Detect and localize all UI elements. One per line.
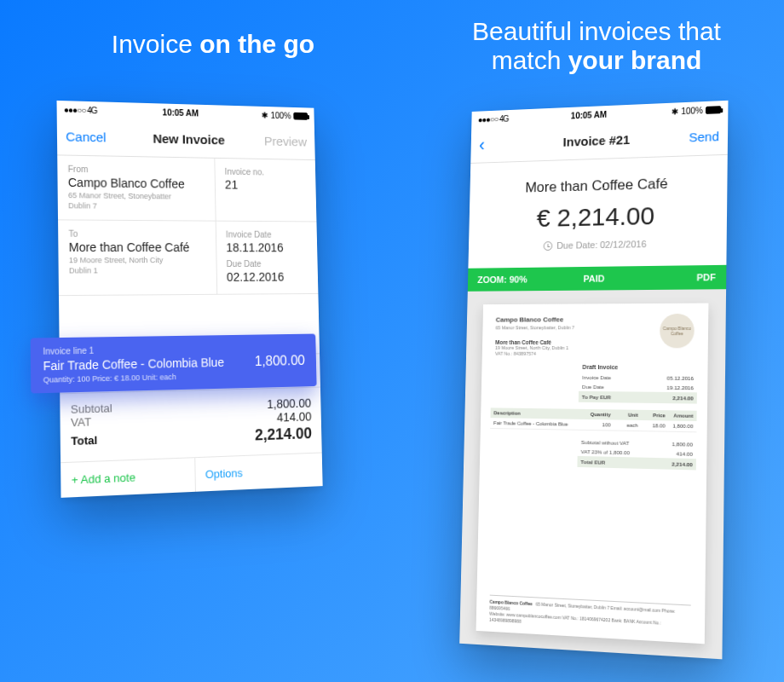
bluetooth-icon: ✱ xyxy=(672,107,678,116)
row-amount: 1,800.00 xyxy=(666,424,694,430)
zoom-control[interactable]: ZOOM: 90% xyxy=(468,274,555,285)
totals-block: Subtotal VAT Total 1,800.00 414.00 2,214… xyxy=(60,388,322,464)
col-unit: Unit xyxy=(611,413,638,419)
due-date-label: Due Date xyxy=(227,259,308,269)
add-note-button[interactable]: + Add a note xyxy=(61,459,194,499)
paper-footer: Campo Blanco Coffee 65 Manor Street, Sto… xyxy=(489,595,691,634)
invoice-paper: Campo Blanco Coffee Campo Blanco Coffee … xyxy=(476,303,709,644)
from-name: Campo Blanco Coffee xyxy=(68,176,205,191)
invoice-number-value: 21 xyxy=(225,178,307,193)
headline-right: Beautiful invoices that match your brand xyxy=(435,17,758,75)
headline-left: Invoice on the go xyxy=(51,30,375,59)
col-price: Price xyxy=(638,413,666,419)
paper-vat-label: VAT 23% of 1,800.00 xyxy=(581,448,677,457)
due-date-text: Due Date: 02/12/2016 xyxy=(556,239,647,251)
paper-vat-value: 414.00 xyxy=(677,451,693,458)
row-quantity: 100 xyxy=(584,422,611,428)
status-toolbar: ZOOM: 90% PAID PDF xyxy=(468,265,727,292)
dates-cell[interactable]: Invoice Date 18.11.2016 Due Date 02.12.2… xyxy=(216,222,318,295)
row-description: Fair Trade Coffee - Colombia Blue xyxy=(493,421,584,428)
paid-status: PAID xyxy=(555,273,634,284)
headline-left-bold: on the go xyxy=(199,30,314,58)
invoice-number-cell[interactable]: Invoice no. 21 xyxy=(215,159,317,223)
from-cell[interactable]: From Campo Blanco Coffee 65 Manor Street… xyxy=(57,155,216,222)
options-button[interactable]: Options xyxy=(194,454,323,492)
col-quantity: Quantity xyxy=(584,412,611,417)
paper-sub-value: 1,800.00 xyxy=(672,441,693,448)
footer-line2: Website: www.campoblancocoffee.com VAT N… xyxy=(489,611,661,626)
paper-duedate-label: Due Date xyxy=(582,384,666,390)
invoice-date-label: Invoice Date xyxy=(226,230,308,240)
paper-heading: Draft Invoice xyxy=(582,364,694,371)
row-price: 18.00 xyxy=(637,423,665,429)
invoice-number-label: Invoice no. xyxy=(225,167,306,177)
paper-topay-label: To Pay EUR xyxy=(582,394,672,401)
to-name: More than Coffee Café xyxy=(69,240,206,254)
send-button[interactable]: Send xyxy=(667,129,719,145)
battery-icon xyxy=(293,112,308,119)
line-item-meta: Quantity: 100 Price: € 18.00 Unit: each xyxy=(43,371,256,384)
paper-total-value: 2,214.00 xyxy=(672,461,693,468)
line-item-name: Fair Trade Coffee - Colombia Blue xyxy=(43,355,255,373)
bluetooth-icon: ✱ xyxy=(262,110,268,119)
paper-topay-value: 2,214.00 xyxy=(672,395,694,401)
line-item-amount: 1,800.00 xyxy=(255,353,305,369)
total-value: 2,214.00 xyxy=(255,425,312,445)
paper-sub-label: Subtotal without VAT xyxy=(581,439,672,447)
battery-percentage: 100% xyxy=(681,106,703,116)
from-label: From xyxy=(68,165,205,176)
paper-viewport[interactable]: Campo Blanco Coffee Campo Blanco Coffee … xyxy=(459,289,726,659)
phone-new-invoice: ●●●○○ 4G 10:05 AM ✱ 100% Cancel New Invo… xyxy=(57,101,323,498)
battery-percentage: 100% xyxy=(270,111,291,120)
headline-right-bold: your brand xyxy=(568,46,702,74)
paper-invdate-label: Invoice Date xyxy=(582,374,666,381)
to-cell[interactable]: To More than Coffee Café 19 Moore Street… xyxy=(58,221,217,297)
invoice-summary: More than Coffee Café € 2,214.00 Due Dat… xyxy=(468,155,727,269)
col-description: Description xyxy=(493,411,584,418)
navbar: Cancel New Invoice Preview xyxy=(57,118,315,160)
client-name: More than Coffee Café xyxy=(478,174,719,198)
battery-icon xyxy=(706,106,721,114)
paper-invdate-value: 05.12.2016 xyxy=(667,375,695,381)
total-label: Total xyxy=(71,429,255,448)
invoice-date-value: 18.11.2016 xyxy=(226,241,308,255)
battery-indicator: ✱ 100% xyxy=(262,110,308,120)
pdf-button[interactable]: PDF xyxy=(634,272,727,283)
back-button[interactable]: ‹ xyxy=(479,134,527,153)
line-index-label: Invoice line 1 xyxy=(43,343,254,355)
invoice-amount: € 2,214.00 xyxy=(477,199,718,234)
vat-value: 414.00 xyxy=(254,410,311,425)
nav-title: Invoice #21 xyxy=(527,130,667,150)
cancel-button[interactable]: Cancel xyxy=(66,129,118,144)
paper-total-label: Total EUR xyxy=(580,459,672,467)
carrier-signal: ●●●○○ 4G xyxy=(64,105,97,115)
row-unit: each xyxy=(611,423,638,429)
paper-duedate-value: 19.12.2016 xyxy=(666,384,694,390)
preview-button[interactable]: Preview xyxy=(258,134,307,149)
carrier-signal: ●●●○○ 4G xyxy=(478,113,509,124)
invoice-line-card[interactable]: Invoice line 1 Fair Trade Coffee - Colom… xyxy=(31,334,317,394)
due-date-value: 02.12.2016 xyxy=(227,270,308,284)
paper-to-vat: VAT No.: 843897574 xyxy=(495,351,695,358)
clock-time: 10:05 AM xyxy=(97,106,262,119)
to-addr1: 19 Moore Street, North City xyxy=(69,257,206,267)
paper-table-row: Fair Trade Coffee - Colombia Blue 100 ea… xyxy=(490,419,696,433)
battery-indicator: ✱ 100% xyxy=(672,105,721,116)
to-addr2: Dublin 1 xyxy=(69,266,206,276)
nav-title: New Invoice xyxy=(118,130,259,147)
to-label: To xyxy=(68,229,205,240)
col-amount: Amount xyxy=(666,413,694,419)
clock-icon xyxy=(544,241,553,251)
phone-invoice-preview: ●●●○○ 4G 10:05 AM ✱ 100% ‹ Invoice #21 S… xyxy=(459,101,728,659)
headline-left-pre: Invoice xyxy=(112,30,199,58)
from-addr2: Dublin 7 xyxy=(68,201,205,212)
chevron-left-icon: ‹ xyxy=(479,134,485,154)
